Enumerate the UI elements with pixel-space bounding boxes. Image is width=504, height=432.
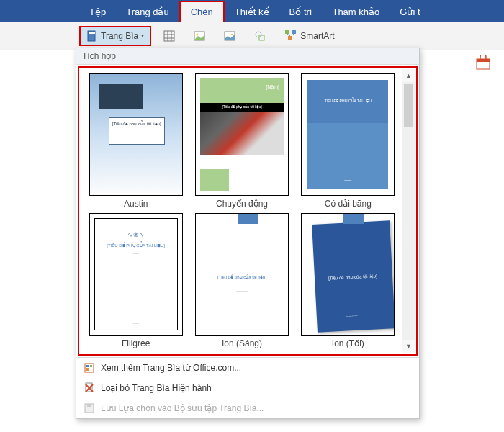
tab-mailings[interactable]: Gửi t xyxy=(390,2,430,22)
menu-remove-cover[interactable]: Loại bỏ Trang Bìa Hiện hành xyxy=(76,378,419,398)
gallery-item-filigree[interactable]: ∿❀∿ [TIÊU ĐỀ PHỤ CỦA TÀI LIỆU] —— ———— F… xyxy=(85,213,186,348)
gallery-label: Ion (Tối) xyxy=(297,338,399,348)
online-picture-icon xyxy=(224,30,235,42)
ribbon-tabbar: Tệp Trang đầu Chèn Thiết kế Bố trí Tham … xyxy=(0,0,504,22)
svg-rect-14 xyxy=(292,30,296,34)
cover-page-dropdown: Tích hợp [Tiêu đề phụ của tài liệu] —— A… xyxy=(76,48,420,419)
thumb-ion-dark: [Tiêu đề phụ của tài liệu] ———— xyxy=(301,213,395,336)
thumb-ion-light: [Tiêu đề phụ của tài liệu] ———— xyxy=(195,213,289,336)
gallery-item-ion-light[interactable]: [Tiêu đề phụ của tài liệu] ———— Ion (Sán… xyxy=(191,213,292,348)
svg-point-8 xyxy=(197,33,199,35)
page-icon xyxy=(86,30,98,42)
svg-rect-22 xyxy=(90,365,92,367)
cover-page-label: Trang Bìa xyxy=(101,31,138,41)
tab-file[interactable]: Tệp xyxy=(79,2,116,22)
gallery-label: Filigree xyxy=(85,338,186,348)
ribbon: Trang Bìa ▾ SmartArt xyxy=(0,22,504,50)
smartart-button[interactable]: SmartArt xyxy=(278,24,341,47)
chevron-down-icon: ▾ xyxy=(141,32,144,39)
menu-label: Xem thêm Trang Bìa từ Office.com... xyxy=(101,363,241,373)
svg-rect-20 xyxy=(85,364,94,372)
svg-point-11 xyxy=(256,32,261,37)
gallery-label: Chuyển động xyxy=(191,199,292,209)
gallery-item-motion[interactable]: [Năm] [Tiêu đề phụ của tài liệu] Chuyển … xyxy=(191,73,292,209)
dropdown-menu: Xem thêm Trang Bìa từ Office.com... Loại… xyxy=(76,357,419,418)
store-icon[interactable] xyxy=(475,55,491,71)
tab-design[interactable]: Thiết kế xyxy=(225,2,279,22)
cover-page-gallery: [Tiêu đề phụ của tài liệu] —— Austin [Nă… xyxy=(79,68,416,354)
svg-rect-19 xyxy=(477,59,490,62)
svg-line-16 xyxy=(287,34,290,36)
shapes-icon xyxy=(254,30,266,42)
svg-rect-2 xyxy=(164,31,174,41)
thumb-filigree: ∿❀∿ [TIÊU ĐỀ PHỤ CỦA TÀI LIỆU] —— ———— xyxy=(89,213,183,336)
svg-rect-21 xyxy=(86,365,89,367)
tab-layout[interactable]: Bố trí xyxy=(279,2,323,22)
cover-page-button[interactable]: Trang Bìa ▾ xyxy=(79,26,151,46)
gallery-item-banded[interactable]: TIÊU ĐỀ PHỤ CỦA TÀI LIỆU —— Có dải băng xyxy=(297,73,399,209)
gallery-item-austin[interactable]: [Tiêu đề phụ của tài liệu] —— Austin xyxy=(85,73,186,209)
tab-home[interactable]: Trang đầu xyxy=(116,2,179,22)
thumb-motion: [Năm] [Tiêu đề phụ của tài liệu] xyxy=(195,73,289,196)
scroll-thumb[interactable] xyxy=(404,84,413,127)
scroll-down-button[interactable]: ▼ xyxy=(402,340,415,353)
svg-rect-15 xyxy=(288,36,292,40)
smartart-label: SmartArt xyxy=(300,31,334,41)
shapes-button[interactable] xyxy=(248,27,272,45)
menu-save-selection: Lưu Lựa chọn vào Bộ sưu tập Trang Bìa... xyxy=(76,398,419,418)
tab-references[interactable]: Tham khảo xyxy=(322,2,390,22)
picture-icon xyxy=(194,30,205,42)
table-icon xyxy=(163,30,175,42)
gallery-label: Ion (Sáng) xyxy=(191,338,292,348)
thumb-banded: TIÊU ĐỀ PHỤ CỦA TÀI LIỆU —— xyxy=(301,73,395,196)
right-side-icons xyxy=(475,55,491,71)
scroll-up-button[interactable]: ▲ xyxy=(402,69,415,82)
svg-rect-12 xyxy=(259,35,264,40)
smartart-icon xyxy=(284,28,297,43)
gallery-scrollbar[interactable]: ▲ ▼ xyxy=(402,69,415,353)
gallery-item-ion-dark[interactable]: [Tiêu đề phụ của tài liệu] ———— Ion (Tối… xyxy=(297,213,399,348)
svg-point-10 xyxy=(231,33,233,35)
remove-page-icon xyxy=(84,382,95,394)
thumb-austin: [Tiêu đề phụ của tài liệu] —— xyxy=(89,73,183,196)
svg-rect-13 xyxy=(285,30,289,34)
table-button[interactable] xyxy=(157,27,181,45)
gallery-label: Austin xyxy=(85,199,186,209)
gallery-highlight: [Tiêu đề phụ của tài liệu] —— Austin [Nă… xyxy=(78,66,418,356)
office-icon xyxy=(84,362,95,374)
svg-rect-23 xyxy=(86,368,89,371)
menu-label: Loại bỏ Trang Bìa Hiện hành xyxy=(101,383,212,393)
svg-rect-28 xyxy=(87,404,91,407)
menu-more-from-office[interactable]: Xem thêm Trang Bìa từ Office.com... xyxy=(76,358,419,378)
tab-insert[interactable]: Chèn xyxy=(179,1,225,22)
pictures-button[interactable] xyxy=(187,27,212,45)
dropdown-section-header: Tích hợp xyxy=(76,48,419,65)
online-pictures-button[interactable] xyxy=(217,27,242,45)
svg-rect-1 xyxy=(89,32,95,34)
save-gallery-icon xyxy=(84,402,95,414)
menu-label: Lưu Lựa chọn vào Bộ sưu tập Trang Bìa... xyxy=(101,403,264,413)
gallery-label: Có dải băng xyxy=(297,199,399,209)
svg-line-17 xyxy=(292,34,294,36)
